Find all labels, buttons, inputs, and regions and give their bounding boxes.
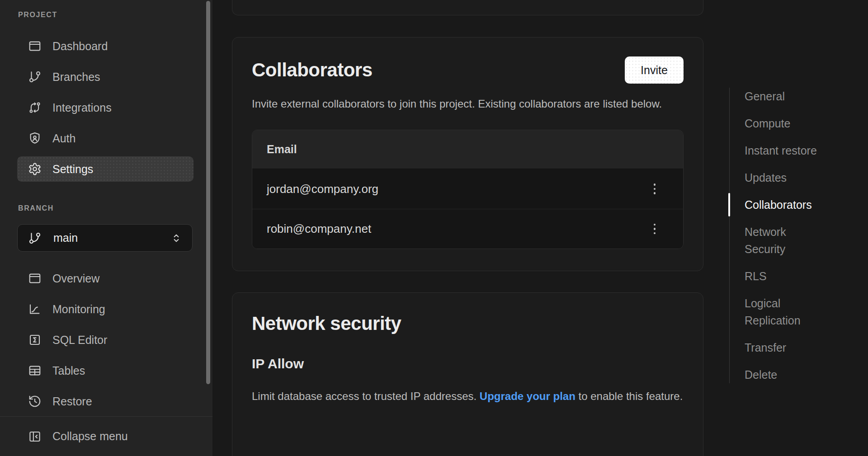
collaborator-email: robin@company.net bbox=[267, 222, 371, 236]
sidebar-item-integrations[interactable]: Integrations bbox=[0, 92, 212, 123]
sidebar-item-sql-editor[interactable]: SQL Editor bbox=[0, 324, 212, 355]
integrations-icon bbox=[28, 101, 42, 114]
table-icon bbox=[28, 364, 42, 377]
section-nav-compute[interactable]: Compute bbox=[745, 115, 825, 132]
git-branch-icon bbox=[28, 231, 42, 245]
section-nav-network-security[interactable]: Network Security bbox=[745, 223, 825, 258]
collapse-menu-button[interactable]: Collapse menu bbox=[0, 416, 212, 456]
branch-selector-value: main bbox=[53, 231, 78, 244]
kebab-icon bbox=[654, 224, 656, 226]
collapse-menu-label: Collapse menu bbox=[52, 430, 128, 443]
upgrade-plan-link[interactable]: Upgrade your plan bbox=[480, 390, 576, 402]
sidebar-item-tables[interactable]: Tables bbox=[0, 355, 212, 386]
section-nav-rls[interactable]: RLS bbox=[745, 268, 825, 285]
git-branch-icon bbox=[28, 70, 42, 84]
ip-allow-description: Limit database access to trusted IP addr… bbox=[252, 388, 684, 405]
branch-selector[interactable]: main bbox=[17, 224, 193, 252]
collapse-panel-icon bbox=[28, 430, 42, 443]
network-security-title: Network security bbox=[252, 312, 684, 335]
settings-section-nav: General Compute Instant restore Updates … bbox=[729, 88, 825, 383]
collaborators-card: Collaborators Invite Invite external col… bbox=[232, 37, 703, 271]
sidebar-item-label: Tables bbox=[52, 364, 85, 377]
sidebar-item-label: Branches bbox=[52, 71, 100, 84]
invite-button[interactable]: Invite bbox=[625, 56, 684, 84]
sidebar-item-label: Monitoring bbox=[52, 303, 105, 316]
collaborator-email: jordan@company.org bbox=[267, 182, 378, 196]
branch-nav: Overview Monitoring SQL Editor Tables Re… bbox=[0, 263, 212, 417]
section-nav-instant-restore[interactable]: Instant restore bbox=[745, 142, 825, 159]
sidebar-item-branches[interactable]: Branches bbox=[0, 61, 212, 92]
row-menu-button[interactable] bbox=[647, 219, 662, 239]
sidebar-item-restore[interactable]: Restore bbox=[0, 386, 212, 417]
main-content: Collaborators Invite Invite external col… bbox=[232, 0, 703, 456]
section-nav-general[interactable]: General bbox=[745, 88, 825, 105]
sidebar-scrollbar-thumb[interactable] bbox=[206, 1, 210, 384]
sidebar-item-label: Dashboard bbox=[52, 40, 108, 53]
section-nav-logical-replication[interactable]: Logical Replication bbox=[745, 295, 825, 329]
sidebar-item-dashboard[interactable]: Dashboard bbox=[0, 31, 212, 61]
sidebar-item-label: Auth bbox=[52, 132, 75, 145]
row-menu-button[interactable] bbox=[647, 179, 662, 199]
table-row[interactable]: robin@company.net bbox=[252, 209, 683, 249]
collaborators-table: Email jordan@company.org robin@company.n… bbox=[252, 130, 684, 249]
section-nav-delete[interactable]: Delete bbox=[745, 366, 825, 383]
sidebar-item-label: SQL Editor bbox=[52, 334, 107, 347]
sidebar-item-monitoring[interactable]: Monitoring bbox=[0, 294, 212, 324]
sidebar: PROJECT Dashboard Branches Integrations … bbox=[0, 0, 212, 456]
branch-section-label: BRANCH bbox=[18, 204, 212, 212]
collaborators-description: Invite external collaborators to join th… bbox=[252, 95, 673, 113]
sidebar-item-overview[interactable]: Overview bbox=[0, 263, 212, 294]
sidebar-item-settings[interactable]: Settings bbox=[17, 156, 193, 182]
history-icon bbox=[28, 395, 42, 408]
ip-allow-heading: IP Allow bbox=[252, 356, 684, 371]
network-security-card: Network security IP Allow Limit database… bbox=[232, 292, 703, 456]
window-icon bbox=[28, 272, 42, 285]
sidebar-item-label: Overview bbox=[52, 272, 99, 285]
sidebar-item-label: Integrations bbox=[52, 101, 112, 114]
section-nav-collaborators[interactable]: Collaborators bbox=[745, 196, 825, 213]
shield-user-icon bbox=[28, 132, 42, 145]
table-row[interactable]: jordan@company.org bbox=[252, 169, 683, 209]
kebab-icon bbox=[654, 183, 656, 186]
gear-icon bbox=[28, 162, 42, 176]
window-icon bbox=[28, 39, 42, 53]
sql-editor-icon bbox=[28, 333, 42, 347]
sidebar-item-label: Restore bbox=[52, 395, 92, 408]
project-section-label: PROJECT bbox=[18, 11, 212, 19]
section-nav-updates[interactable]: Updates bbox=[745, 169, 825, 186]
sidebar-item-label: Settings bbox=[52, 163, 93, 176]
sidebar-item-auth[interactable]: Auth bbox=[0, 123, 212, 154]
section-nav-transfer[interactable]: Transfer bbox=[745, 339, 825, 356]
collaborators-title: Collaborators bbox=[252, 58, 373, 82]
chart-curve-icon bbox=[28, 302, 42, 316]
sidebar-item-settings-row: Settings bbox=[0, 154, 212, 184]
table-header-email: Email bbox=[252, 130, 683, 169]
previous-card-bottom bbox=[232, 0, 703, 15]
unfold-chevron-icon bbox=[170, 232, 182, 244]
project-nav: Dashboard Branches Integrations Auth bbox=[0, 31, 212, 184]
